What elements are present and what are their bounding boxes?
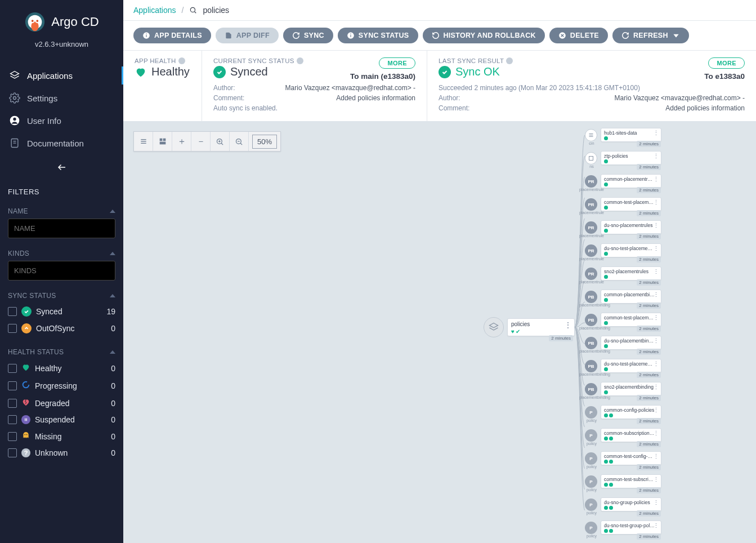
filter-suspended-row[interactable]: Suspended 0 xyxy=(8,412,115,428)
tree-child-node[interactable]: PRplacementrule⋮common-test-placementrul… xyxy=(585,197,661,218)
refresh-button[interactable]: REFRESH xyxy=(612,28,689,43)
tree-child-card[interactable]: ⋮du-sno-group-policies2 minutes xyxy=(601,497,661,511)
tree-child-node[interactable]: Ppolicy⋮du-sno-test-group-policies2 minu… xyxy=(585,520,661,541)
tree-child-node[interactable]: PRplacementrule⋮du-sno-placementrules2 m… xyxy=(585,220,661,241)
nav-settings[interactable]: Settings xyxy=(0,87,123,109)
history-rollback-button[interactable]: HISTORY AND ROLLBACK xyxy=(423,28,545,43)
kebab-menu-icon[interactable]: ⋮ xyxy=(653,176,659,183)
checkbox[interactable] xyxy=(8,381,17,390)
kebab-menu-icon[interactable]: ⋮ xyxy=(653,292,659,298)
filter-kinds-input[interactable] xyxy=(8,261,115,281)
tree-child-card[interactable]: ⋮du-sno-placementbinding2 minutes xyxy=(601,336,661,350)
tree-child-card[interactable]: ⋮sno2-placementbinding2 minutes xyxy=(601,382,661,396)
kebab-menu-icon[interactable]: ⋮ xyxy=(653,477,659,483)
kebab-menu-icon[interactable]: ⋮ xyxy=(653,453,659,460)
filter-outofsync-row[interactable]: OutOfSync 0 xyxy=(8,320,115,337)
tree-child-node[interactable]: Ppolicy⋮du-sno-group-policies2 minutes xyxy=(585,497,661,518)
view-list-button[interactable] xyxy=(134,132,153,151)
checkbox[interactable] xyxy=(8,399,17,408)
tree-child-card[interactable]: ⋮du-sno-placementrules2 minutes xyxy=(601,220,661,234)
kebab-menu-icon[interactable]: ⋮ xyxy=(653,361,659,367)
filter-synced-row[interactable]: Synced 19 xyxy=(8,303,115,320)
tree-child-node[interactable]: Ppolicy⋮common-subscription-policies2 mi… xyxy=(585,428,661,449)
kebab-menu-icon[interactable]: ⋮ xyxy=(653,153,659,159)
tree-child-card[interactable]: ⋮du-sno-test-placementrules2 minutes xyxy=(601,243,661,257)
tree-child-card[interactable]: ⋮common-subscription-policies2 minutes xyxy=(601,428,661,442)
delete-button[interactable]: DELETE xyxy=(549,28,608,43)
sync-button[interactable]: SYNC xyxy=(283,28,333,43)
tree-child-card[interactable]: ⋮hub1-sites-data2 minutes xyxy=(601,128,661,142)
tree-child-card[interactable]: ⋮common-test-config-policies2 minutes xyxy=(601,451,661,465)
checkbox[interactable] xyxy=(8,364,17,373)
zoom-reset-button[interactable] xyxy=(230,132,249,151)
tree-child-card[interactable]: ⋮ztp-policies2 minutes xyxy=(601,151,661,165)
tree-child-card[interactable]: ⋮common-placementbinding2 minutes xyxy=(601,290,661,304)
tree-child-card[interactable]: ⋮du-sno-test-placementbinding2 minutes xyxy=(601,359,661,373)
tree-child-node[interactable]: Ppolicy⋮common-test-config-policies2 min… xyxy=(585,451,661,472)
last-more-button[interactable]: MORE xyxy=(708,57,745,69)
info-icon[interactable] xyxy=(506,57,513,64)
kebab-menu-icon[interactable]: ⋮ xyxy=(653,500,659,506)
checkbox[interactable] xyxy=(8,415,17,424)
tree-child-node[interactable]: PBplacementbinding⋮common-placementbindi… xyxy=(585,290,661,310)
view-grid-button[interactable] xyxy=(153,132,172,151)
tree-child-card[interactable]: ⋮common-test-subscription-po...2 minutes xyxy=(601,474,661,488)
kebab-menu-icon[interactable]: ⋮ xyxy=(564,321,572,330)
tree-root-node[interactable]: ⋮ policies ♥ ✔ 2 minutes xyxy=(484,317,575,337)
checkbox[interactable] xyxy=(8,448,17,457)
tree-child-card[interactable]: ⋮common-test-placementrules2 minutes xyxy=(601,197,661,211)
tree-child-card[interactable]: ⋮common-placementrules2 minutes xyxy=(601,174,661,188)
resource-tree-canvas[interactable]: ＋ － 50% ⋮ policies ♥ ✔ 2 minutes xyxy=(123,121,756,543)
nav-applications[interactable]: Applications xyxy=(0,64,123,87)
collapse-sidebar[interactable] xyxy=(0,154,123,182)
tree-child-card[interactable]: ⋮common-test-placementbindi...2 minutes xyxy=(601,313,661,327)
kebab-menu-icon[interactable]: ⋮ xyxy=(653,384,659,390)
kebab-menu-icon[interactable]: ⋮ xyxy=(653,338,659,344)
kebab-menu-icon[interactable]: ⋮ xyxy=(653,199,659,206)
filter-degraded-row[interactable]: Degraded 0 xyxy=(8,394,115,412)
filter-name-input[interactable] xyxy=(8,219,115,238)
tree-child-node[interactable]: PRplacementrule⋮common-placementrules2 m… xyxy=(585,174,661,195)
kebab-menu-icon[interactable]: ⋮ xyxy=(653,130,659,136)
filter-missing-row[interactable]: Missing 0 xyxy=(8,428,115,445)
tree-child-node[interactable]: PBplacementbinding⋮du-sno-placementbindi… xyxy=(585,336,661,357)
checkbox[interactable] xyxy=(8,432,17,441)
zoom-out-button[interactable]: － xyxy=(191,132,211,151)
kebab-menu-icon[interactable]: ⋮ xyxy=(653,407,659,413)
sync-more-button[interactable]: MORE xyxy=(379,57,415,69)
kebab-menu-icon[interactable]: ⋮ xyxy=(653,315,659,321)
tree-child-node[interactable]: Ppolicy⋮common-test-subscription-po...2 … xyxy=(585,474,661,495)
zoom-in-button[interactable]: ＋ xyxy=(172,132,191,151)
caret-icon[interactable] xyxy=(110,350,115,354)
caret-icon[interactable] xyxy=(110,210,115,213)
nav-userinfo[interactable]: User Info xyxy=(0,109,123,132)
tree-child-node[interactable]: PBplacementbinding⋮du-sno-test-placement… xyxy=(585,359,661,380)
kebab-menu-icon[interactable]: ⋮ xyxy=(653,269,659,275)
kebab-menu-icon[interactable]: ⋮ xyxy=(653,523,659,529)
info-icon[interactable] xyxy=(178,57,185,64)
tree-child-node[interactable]: PRplacementrule⋮sno2-placementrules2 min… xyxy=(585,266,661,287)
sync-status-button[interactable]: SYNC STATUS xyxy=(338,28,418,43)
kebab-menu-icon[interactable]: ⋮ xyxy=(653,430,659,437)
tree-child-node[interactable]: PRplacementrule⋮du-sno-test-placementrul… xyxy=(585,243,661,264)
breadcrumb-link-applications[interactable]: Applications xyxy=(133,6,176,15)
zoom-to-fit-button[interactable] xyxy=(211,132,230,151)
tree-root-card[interactable]: ⋮ policies ♥ ✔ 2 minutes xyxy=(507,318,575,336)
caret-icon[interactable] xyxy=(110,294,115,297)
tree-child-node[interactable]: cm⋮hub1-sites-data2 minutes xyxy=(585,128,661,149)
filter-healthy-row[interactable]: Healthy 0 xyxy=(8,359,115,377)
tree-child-node[interactable]: ns⋮ztp-policies2 minutes xyxy=(585,151,661,172)
tree-child-node[interactable]: PBplacementbinding⋮sno2-placementbinding… xyxy=(585,382,661,403)
tree-child-card[interactable]: ⋮du-sno-test-group-policies2 minutes xyxy=(601,520,661,535)
filter-unknown-row[interactable]: ? Unknown 0 xyxy=(8,445,115,461)
kebab-menu-icon[interactable]: ⋮ xyxy=(653,246,659,252)
info-icon[interactable] xyxy=(297,57,303,64)
tree-child-card[interactable]: ⋮common-config-policies2 minutes xyxy=(601,405,661,419)
app-details-button[interactable]: APP DETAILS xyxy=(133,28,211,43)
kebab-menu-icon[interactable]: ⋮ xyxy=(653,222,659,229)
tree-child-node[interactable]: PBplacementbinding⋮common-test-placement… xyxy=(585,313,661,333)
filter-progressing-row[interactable]: Progressing 0 xyxy=(8,377,115,394)
tree-child-card[interactable]: ⋮sno2-placementrules2 minutes xyxy=(601,266,661,281)
checkbox[interactable] xyxy=(8,324,17,333)
caret-icon[interactable] xyxy=(110,252,115,255)
